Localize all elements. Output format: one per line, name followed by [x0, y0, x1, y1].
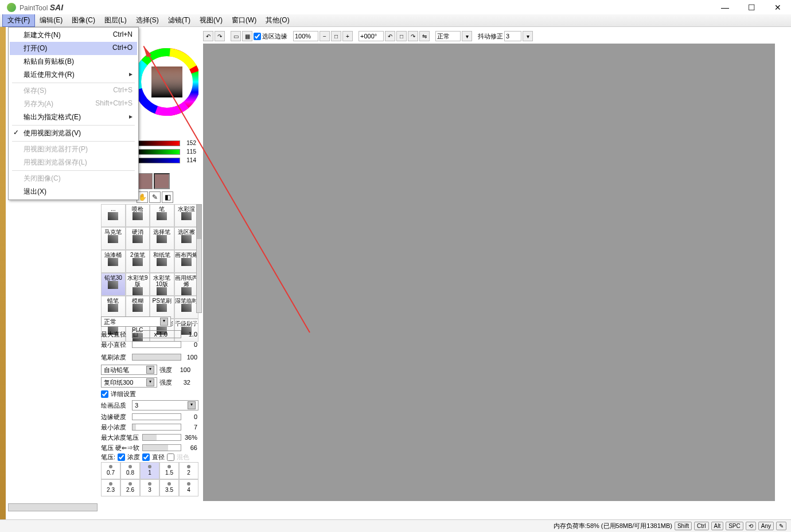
blend-mode-select[interactable]: 正常▾ — [101, 316, 171, 327]
preset-4[interactable]: 4 — [179, 479, 198, 496]
invert-button[interactable]: ▦ — [242, 31, 252, 41]
menu-select[interactable]: 选择(S) — [131, 14, 163, 26]
minden-value: 7 — [181, 424, 198, 431]
preset-2.3[interactable]: 2.3 — [101, 479, 120, 496]
stabilizer-input[interactable] — [504, 31, 521, 41]
preset-0.7[interactable]: 0.7 — [101, 462, 120, 479]
eyedropper-tool[interactable]: ✎ — [149, 191, 161, 203]
min-size-slider[interactable] — [132, 341, 181, 348]
brush-PS笔刷[interactable]: PS笔刷 — [150, 296, 174, 319]
press-diameter-checkbox[interactable] — [142, 453, 150, 461]
press-blend-checkbox[interactable] — [167, 453, 174, 461]
preset-1.5[interactable]: 1.5 — [159, 462, 179, 479]
rotate-reset-button[interactable]: □ — [396, 31, 407, 41]
zoom-input[interactable] — [293, 31, 318, 41]
menu-edit[interactable]: 编辑(E) — [35, 14, 67, 26]
menu-new-file[interactable]: 新建文件(N)Ctrl+N — [10, 29, 137, 42]
brush-湿笔临时[interactable]: 湿笔临时 — [174, 296, 199, 319]
brush-选择笔[interactable]: 选择笔 — [150, 227, 174, 250]
brush-油漆桶[interactable]: 油漆桶 — [101, 250, 126, 273]
mode-dropdown-button[interactable]: ▾ — [462, 31, 472, 41]
redo-button[interactable]: ↷ — [215, 31, 225, 41]
menu-image[interactable]: 图像(C) — [67, 14, 100, 26]
menu-file[interactable]: 文件(F) — [2, 14, 35, 27]
minimize-button[interactable]: — — [712, 0, 738, 14]
brush-...[interactable]: ... — [101, 204, 126, 227]
g-slider[interactable] — [137, 149, 180, 155]
close-button[interactable]: ✕ — [765, 0, 791, 14]
texture-select[interactable]: 复印纸300▾ — [101, 377, 157, 388]
r-slider[interactable] — [137, 140, 180, 146]
b-slider[interactable] — [137, 158, 180, 163]
canvas[interactable] — [203, 44, 775, 501]
menu-view[interactable]: 视图(V) — [195, 14, 227, 26]
preset-2.6[interactable]: 2.6 — [120, 479, 140, 496]
brush-喷枪[interactable]: 喷枪 — [126, 204, 150, 227]
shape-select[interactable]: 自动铅笔▾ — [101, 365, 157, 375]
preset-0.8[interactable]: 0.8 — [120, 462, 140, 479]
stabilizer-dropdown-button[interactable]: ▾ — [523, 31, 533, 41]
zoom-out-button[interactable]: − — [319, 31, 330, 41]
density-slider[interactable] — [132, 354, 181, 361]
mode-input[interactable] — [435, 31, 461, 41]
menu-paste-clipboard[interactable]: 粘贴自剪贴板(B) — [10, 55, 137, 68]
pen-indicator: ✎ — [776, 522, 786, 530]
brush-蜡笔[interactable]: 蜡笔 — [101, 296, 126, 319]
swatch-secondary[interactable] — [154, 173, 170, 189]
rotate-cw-button[interactable]: ↷ — [408, 31, 418, 41]
minden-slider[interactable] — [132, 424, 181, 431]
color-wheel[interactable] — [135, 33, 198, 131]
press-slider[interactable] — [142, 444, 181, 451]
brush-选区擦[interactable]: 选区擦 — [174, 227, 199, 250]
rotate-ccw-button[interactable]: ↶ — [385, 31, 395, 41]
statusbar: 内存负荷率:58% (已用58MB/可用1381MB) Shift Ctrl A… — [0, 519, 791, 532]
brush-笔[interactable]: 笔 — [150, 204, 174, 227]
brush-画用纸丙烯[interactable]: 画用纸丙烯 — [174, 273, 199, 296]
menu-window[interactable]: 窗口(W) — [227, 14, 261, 26]
deselect-button[interactable]: ▭ — [231, 31, 241, 41]
max-size-mult[interactable]: x 1.0 — [141, 330, 181, 338]
menu-recent-files[interactable]: 最近使用文件(R) — [10, 68, 137, 81]
preset-3[interactable]: 3 — [140, 479, 159, 496]
brush-画布丙烯[interactable]: 画布丙烯 — [174, 250, 199, 273]
zoom-in-button[interactable]: + — [342, 31, 353, 41]
detail-label: 详细设置 — [111, 390, 136, 398]
menu-exit[interactable]: 退出(X) — [10, 185, 137, 198]
selection-edge-checkbox[interactable] — [254, 33, 261, 40]
eraser-tool[interactable]: ◧ — [162, 191, 173, 203]
flip-button[interactable]: ⇋ — [419, 31, 430, 41]
press-density-checkbox[interactable] — [118, 453, 125, 461]
max-size-toggle[interactable]: □ — [132, 330, 139, 338]
preset-2[interactable]: 2 — [179, 462, 198, 479]
brush-水彩笔10版[interactable]: 水彩笔10版 — [150, 273, 174, 296]
brush-硬消[interactable]: 硬消 — [126, 227, 150, 250]
brush-水彩渲[interactable]: 水彩渲 — [174, 204, 199, 227]
menu-filter[interactable]: 滤镜(T) — [163, 14, 195, 26]
brush-模糊[interactable]: 模糊 — [126, 296, 150, 319]
menu-other[interactable]: 其他(O) — [261, 14, 294, 26]
maximize-button[interactable]: ☐ — [738, 0, 765, 14]
maxden-slider[interactable] — [142, 434, 181, 441]
detail-checkbox[interactable] — [101, 390, 108, 398]
quality-select[interactable]: 3▾ — [132, 400, 198, 410]
angle-input[interactable] — [359, 31, 384, 41]
preset-3.5[interactable]: 3.5 — [159, 479, 179, 496]
brush-马克笔[interactable]: 马克笔 — [101, 227, 126, 250]
brush-scrollbar[interactable] — [196, 204, 202, 313]
brush-和纸笔[interactable]: 和纸笔 — [150, 250, 174, 273]
menu-layer[interactable]: 图层(L) — [100, 14, 131, 26]
menu-export[interactable]: 输出为指定格式(E) — [10, 111, 137, 124]
swatch-primary[interactable] — [137, 173, 153, 189]
brush-2值笔[interactable]: 2值笔 — [126, 250, 150, 273]
menu-open[interactable]: 打开(O)Ctrl+O — [10, 42, 137, 55]
alt-indicator: Alt — [711, 522, 724, 530]
undo-button[interactable]: ↶ — [203, 31, 213, 41]
zoom-reset-button[interactable]: □ — [331, 31, 341, 41]
edge-slider[interactable] — [132, 413, 181, 420]
brush-水彩笔9版[interactable]: 水彩笔9版 — [126, 273, 150, 296]
preset-1[interactable]: 1 — [140, 462, 159, 479]
layer-scrollbar[interactable] — [8, 503, 98, 511]
brush-铅笔30[interactable]: 铅笔30 — [101, 273, 126, 296]
menu-use-browser[interactable]: 使用视图浏览器(V) — [10, 127, 137, 140]
b-value: 114 — [182, 157, 196, 163]
